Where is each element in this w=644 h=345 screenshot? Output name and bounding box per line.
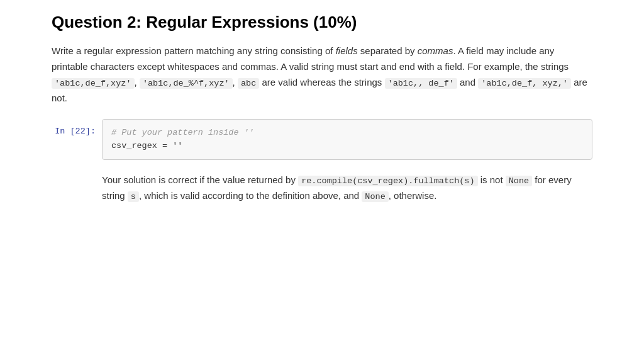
cell-label: In [22]: [52, 119, 102, 136]
desc-and: and [457, 77, 478, 88]
code-cell-row: In [22]: # Put your pattern inside '' cs… [52, 119, 592, 160]
code-example3: abc [238, 78, 259, 89]
desc-text1: Write a regular expression pattern match… [52, 45, 336, 56]
code-assignment: csv_regex = '' [111, 141, 182, 150]
solution-none2: None [362, 191, 388, 202]
description-block: Write a regular expression pattern match… [52, 43, 592, 106]
desc-comma2: , [233, 77, 238, 88]
code-cell[interactable]: # Put your pattern inside '' csv_regex =… [102, 119, 592, 160]
solution-s: s [128, 191, 139, 202]
code-example2: 'ab1c,de_%^f,xyz' [140, 78, 233, 89]
solution-code1: re.compile(csv_regex).fullmatch(s) [298, 176, 477, 186]
question-title: Question 2: Regular Expressions (10%) [52, 13, 592, 32]
solution-text5: , otherwise. [389, 190, 437, 201]
code-line1: # Put your pattern inside '' [111, 126, 583, 140]
desc-fields: fields [336, 45, 358, 56]
desc-text2: separated by [358, 45, 418, 56]
notebook-container: Question 2: Regular Expressions (10%) Wr… [39, 13, 605, 204]
code-example1: 'ab1c,de_f,xyz' [52, 78, 135, 89]
code-line2: csv_regex = '' [111, 139, 583, 153]
solution-text1: Your solution is correct if the value re… [102, 174, 298, 185]
solution-paragraph: Your solution is correct if the value re… [102, 172, 592, 205]
solution-none1: None [506, 176, 532, 186]
desc-commas: commas [418, 45, 453, 56]
solution-text4: , which is valid according to the defini… [139, 190, 362, 201]
solution-text2: is not [478, 174, 506, 185]
code-invalid1: 'ab1c,, de_f' [385, 78, 457, 89]
solution-block: Your solution is correct if the value re… [52, 172, 592, 205]
code-invalid2: 'ab1c,de_f, xyz,' [478, 78, 571, 89]
desc-comma1: , [135, 77, 140, 88]
desc-valid: are valid whereas the strings [259, 77, 384, 88]
code-comment: # Put your pattern inside '' [111, 128, 254, 137]
